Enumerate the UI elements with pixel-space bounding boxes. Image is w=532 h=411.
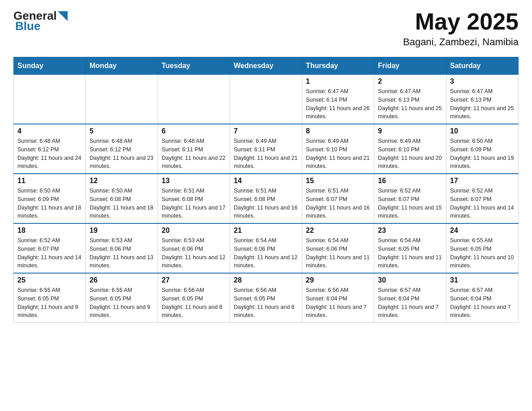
calendar-week-row: 25Sunrise: 6:55 AMSunset: 6:05 PMDayligh… (14, 273, 519, 323)
day-info: Sunrise: 6:48 AMSunset: 6:11 PMDaylight:… (162, 137, 226, 171)
calendar-cell (86, 75, 158, 124)
calendar-cell: 9Sunrise: 6:49 AMSunset: 6:10 PMDaylight… (374, 124, 446, 174)
calendar-week-row: 18Sunrise: 6:52 AMSunset: 6:07 PMDayligh… (14, 223, 519, 273)
day-number: 26 (90, 276, 154, 284)
calendar-cell (158, 75, 230, 124)
weekday-header-sunday: Sunday (14, 57, 86, 75)
day-number: 28 (234, 276, 298, 284)
weekday-header-friday: Friday (374, 57, 446, 75)
day-info: Sunrise: 6:48 AMSunset: 6:12 PMDaylight:… (17, 137, 82, 171)
calendar-cell: 23Sunrise: 6:54 AMSunset: 6:05 PMDayligh… (374, 223, 446, 273)
day-info: Sunrise: 6:56 AMSunset: 6:05 PMDaylight:… (162, 286, 226, 320)
day-info: Sunrise: 6:56 AMSunset: 6:05 PMDaylight:… (234, 286, 298, 320)
day-number: 27 (162, 276, 226, 284)
calendar-week-row: 11Sunrise: 6:50 AMSunset: 6:09 PMDayligh… (14, 174, 519, 223)
day-info: Sunrise: 6:51 AMSunset: 6:07 PMDaylight:… (306, 187, 370, 220)
day-number: 31 (450, 276, 515, 284)
calendar-table: SundayMondayTuesdayWednesdayThursdayFrid… (13, 57, 519, 323)
day-number: 25 (17, 276, 82, 284)
day-info: Sunrise: 6:55 AMSunset: 6:05 PMDaylight:… (450, 236, 515, 270)
weekday-header-monday: Monday (86, 57, 158, 75)
day-info: Sunrise: 6:50 AMSunset: 6:09 PMDaylight:… (17, 187, 82, 220)
calendar-cell: 1Sunrise: 6:47 AMSunset: 6:14 PMDaylight… (302, 75, 374, 124)
day-number: 2 (378, 77, 442, 86)
day-number: 20 (162, 227, 226, 235)
day-info: Sunrise: 6:52 AMSunset: 6:07 PMDaylight:… (450, 187, 515, 220)
calendar-cell: 11Sunrise: 6:50 AMSunset: 6:09 PMDayligh… (14, 174, 86, 223)
day-info: Sunrise: 6:48 AMSunset: 6:12 PMDaylight:… (90, 137, 154, 171)
day-number: 24 (450, 227, 515, 235)
day-info: Sunrise: 6:52 AMSunset: 6:07 PMDaylight:… (378, 187, 442, 220)
calendar-cell: 6Sunrise: 6:48 AMSunset: 6:11 PMDaylight… (158, 124, 230, 174)
day-number: 16 (378, 177, 442, 185)
day-number: 11 (17, 177, 82, 185)
day-info: Sunrise: 6:54 AMSunset: 6:05 PMDaylight:… (378, 236, 442, 270)
calendar-cell: 3Sunrise: 6:47 AMSunset: 6:13 PMDaylight… (446, 75, 519, 124)
calendar-cell: 13Sunrise: 6:51 AMSunset: 6:08 PMDayligh… (158, 174, 230, 223)
calendar-cell: 17Sunrise: 6:52 AMSunset: 6:07 PMDayligh… (446, 174, 519, 223)
calendar-week-row: 4Sunrise: 6:48 AMSunset: 6:12 PMDaylight… (14, 124, 519, 174)
day-info: Sunrise: 6:55 AMSunset: 6:05 PMDaylight:… (90, 286, 154, 320)
svg-marker-0 (58, 11, 68, 21)
calendar-cell: 25Sunrise: 6:55 AMSunset: 6:05 PMDayligh… (14, 273, 86, 323)
day-number: 22 (306, 227, 370, 235)
calendar-cell: 2Sunrise: 6:47 AMSunset: 6:13 PMDaylight… (374, 75, 446, 124)
calendar-cell (230, 75, 302, 124)
day-number: 3 (450, 77, 515, 86)
day-info: Sunrise: 6:49 AMSunset: 6:10 PMDaylight:… (378, 137, 442, 171)
weekday-header-tuesday: Tuesday (158, 57, 230, 75)
day-info: Sunrise: 6:47 AMSunset: 6:13 PMDaylight:… (450, 87, 515, 121)
title-block: May 2025 Bagani, Zambezi, Namibia (403, 9, 519, 48)
calendar-cell: 29Sunrise: 6:56 AMSunset: 6:04 PMDayligh… (302, 273, 374, 323)
calendar-cell: 7Sunrise: 6:49 AMSunset: 6:11 PMDaylight… (230, 124, 302, 174)
day-info: Sunrise: 6:57 AMSunset: 6:04 PMDaylight:… (450, 286, 515, 320)
month-title: May 2025 (403, 9, 519, 34)
day-number: 14 (234, 177, 298, 185)
day-number: 4 (17, 127, 82, 135)
day-number: 6 (162, 127, 226, 135)
day-number: 1 (306, 77, 370, 86)
day-info: Sunrise: 6:52 AMSunset: 6:07 PMDaylight:… (17, 236, 82, 270)
logo-blue: Blue (15, 19, 40, 33)
day-number: 8 (306, 127, 370, 135)
day-number: 18 (17, 227, 82, 235)
day-number: 29 (306, 276, 370, 284)
day-info: Sunrise: 6:54 AMSunset: 6:06 PMDaylight:… (306, 236, 370, 270)
calendar-cell: 14Sunrise: 6:51 AMSunset: 6:08 PMDayligh… (230, 174, 302, 223)
calendar-cell: 22Sunrise: 6:54 AMSunset: 6:06 PMDayligh… (302, 223, 374, 273)
day-number: 12 (90, 177, 154, 185)
day-number: 7 (234, 127, 298, 135)
day-number: 15 (306, 177, 370, 185)
weekday-header-saturday: Saturday (446, 57, 519, 75)
day-info: Sunrise: 6:49 AMSunset: 6:10 PMDaylight:… (306, 137, 370, 171)
calendar-cell: 21Sunrise: 6:54 AMSunset: 6:06 PMDayligh… (230, 223, 302, 273)
logo-triangle-icon (58, 11, 68, 21)
day-number: 9 (378, 127, 442, 135)
day-info: Sunrise: 6:51 AMSunset: 6:08 PMDaylight:… (162, 187, 226, 220)
calendar-cell (14, 75, 86, 124)
day-info: Sunrise: 6:53 AMSunset: 6:06 PMDaylight:… (162, 236, 226, 270)
calendar-cell: 30Sunrise: 6:57 AMSunset: 6:04 PMDayligh… (374, 273, 446, 323)
calendar-header-row: SundayMondayTuesdayWednesdayThursdayFrid… (14, 57, 519, 75)
calendar-cell: 19Sunrise: 6:53 AMSunset: 6:06 PMDayligh… (86, 223, 158, 273)
calendar-cell: 28Sunrise: 6:56 AMSunset: 6:05 PMDayligh… (230, 273, 302, 323)
calendar-cell: 27Sunrise: 6:56 AMSunset: 6:05 PMDayligh… (158, 273, 230, 323)
day-info: Sunrise: 6:47 AMSunset: 6:14 PMDaylight:… (306, 87, 370, 121)
logo: General Blue (13, 9, 68, 33)
calendar-cell: 24Sunrise: 6:55 AMSunset: 6:05 PMDayligh… (446, 223, 519, 273)
day-info: Sunrise: 6:49 AMSunset: 6:11 PMDaylight:… (234, 137, 298, 171)
day-info: Sunrise: 6:50 AMSunset: 6:08 PMDaylight:… (90, 187, 154, 220)
calendar-cell: 18Sunrise: 6:52 AMSunset: 6:07 PMDayligh… (14, 223, 86, 273)
day-info: Sunrise: 6:53 AMSunset: 6:06 PMDaylight:… (90, 236, 154, 270)
location-title: Bagani, Zambezi, Namibia (403, 36, 519, 48)
day-number: 17 (450, 177, 515, 185)
calendar-cell: 26Sunrise: 6:55 AMSunset: 6:05 PMDayligh… (86, 273, 158, 323)
calendar-cell: 31Sunrise: 6:57 AMSunset: 6:04 PMDayligh… (446, 273, 519, 323)
calendar-cell: 5Sunrise: 6:48 AMSunset: 6:12 PMDaylight… (86, 124, 158, 174)
calendar-cell: 4Sunrise: 6:48 AMSunset: 6:12 PMDaylight… (14, 124, 86, 174)
day-info: Sunrise: 6:51 AMSunset: 6:08 PMDaylight:… (234, 187, 298, 220)
weekday-header-thursday: Thursday (302, 57, 374, 75)
day-number: 30 (378, 276, 442, 284)
day-info: Sunrise: 6:54 AMSunset: 6:06 PMDaylight:… (234, 236, 298, 270)
day-number: 13 (162, 177, 226, 185)
